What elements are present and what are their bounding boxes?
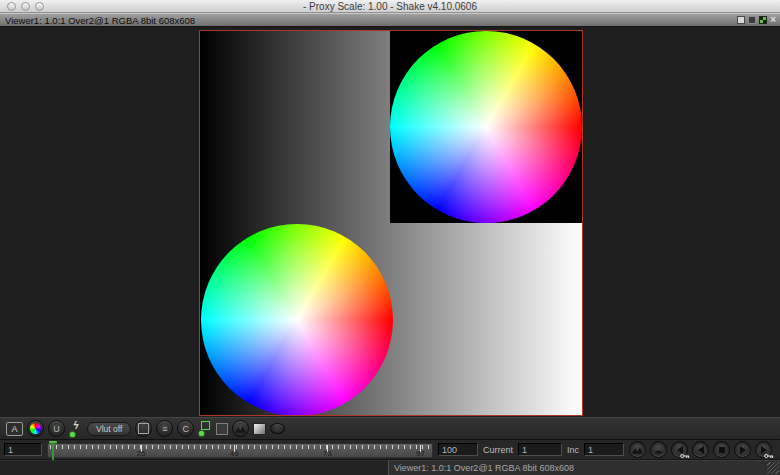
playhead-shaft-icon [52, 444, 54, 461]
window-title: - Proxy Scale: 1.00 - Shake v4.10.0606 [0, 0, 780, 13]
render-button[interactable] [650, 441, 667, 458]
ruler-label: 97 [416, 449, 425, 458]
current-label: Current [483, 445, 513, 455]
roi-led-icon [199, 431, 204, 436]
time-bar: 25 49 73 97 Current Inc [0, 440, 780, 460]
start-frame-input[interactable] [4, 443, 42, 456]
status-info-panel: Viewer1: 1.0:1 Over2@1 RGBA 8bit 608x608 [388, 460, 780, 475]
compare-mode-button[interactable]: C [177, 420, 194, 437]
viewer-tab-bar[interactable]: Viewer1: 1.0:1 Over2@1 RGBA 8bit 608x608… [0, 13, 780, 27]
end-frame-input[interactable] [438, 443, 478, 456]
shake-window: - Proxy Scale: 1.00 - Shake v4.10.0606 V… [0, 0, 780, 475]
stop-icon [719, 447, 725, 453]
color-wheel-bottom-left [201, 224, 393, 416]
mountain-icon [235, 425, 246, 433]
flipbook-icon [632, 446, 643, 454]
ruler-label: 25 [136, 449, 145, 458]
vlut-toggle-button[interactable]: Vlut off [87, 422, 131, 436]
stop-button[interactable] [713, 441, 730, 458]
inc-label: Inc [567, 445, 579, 455]
key-icon [764, 453, 774, 459]
resize-grip[interactable] [767, 462, 779, 474]
misc-oval-button[interactable] [270, 423, 285, 434]
channel-wheel-icon [30, 423, 41, 434]
buffer-a-button[interactable]: A [6, 422, 23, 436]
compare-split-button[interactable]: ≡ [156, 420, 173, 437]
flipbook-cube-button[interactable] [253, 423, 266, 435]
ruler-ticks [50, 445, 430, 449]
panel-box-icon[interactable] [737, 16, 745, 24]
play-reverse-button[interactable] [692, 441, 709, 458]
roi-button[interactable] [198, 421, 212, 436]
dod-button[interactable] [135, 420, 152, 437]
flipbook-button[interactable] [629, 441, 646, 458]
viewer-tab-label: Viewer1: 1.0:1 Over2@1 RGBA 8bit 608x608 [0, 15, 195, 26]
status-bar: Viewer1: 1.0:1 Over2@1 RGBA 8bit 608x608 [0, 460, 780, 475]
play-icon [740, 446, 746, 454]
timeline-ruler[interactable]: 25 49 73 97 [47, 443, 433, 458]
current-frame-input[interactable] [518, 443, 562, 456]
key-icon [680, 453, 690, 459]
prev-keyframe-button[interactable] [671, 441, 688, 458]
viewer-tab-icons: × [737, 16, 780, 24]
vlut-lightning-button[interactable]: ϟ [69, 421, 83, 437]
split-lines-icon: ≡ [162, 424, 167, 434]
preview-square-button[interactable] [216, 423, 228, 435]
channel-display-button[interactable] [27, 420, 44, 437]
monitor-button[interactable] [232, 420, 249, 437]
roi-square-icon [201, 421, 210, 430]
viewer-canvas[interactable] [0, 27, 780, 417]
play-reverse-icon [698, 446, 704, 454]
preview-square-icon [216, 423, 228, 435]
update-button[interactable]: U [48, 420, 65, 437]
close-icon[interactable]: × [770, 16, 776, 24]
detach-box-icon[interactable] [748, 16, 756, 24]
render-waves-icon [653, 445, 664, 455]
color-wheel-top-right [390, 31, 582, 223]
next-keyframe-button[interactable] [755, 441, 772, 458]
checker-icon[interactable] [759, 16, 767, 24]
status-bar-left [0, 460, 388, 475]
lightning-icon: ϟ [73, 421, 78, 431]
increment-input[interactable] [584, 443, 624, 456]
frame-icon [138, 423, 149, 434]
window-titlebar: - Proxy Scale: 1.00 - Shake v4.10.0606 [0, 0, 780, 13]
play-button[interactable] [734, 441, 751, 458]
composite-image[interactable] [199, 30, 583, 416]
ruler-label: 49 [230, 449, 239, 458]
status-text: Viewer1: 1.0:1 Over2@1 RGBA 8bit 608x608 [389, 463, 574, 473]
ruler-label: 73 [323, 449, 332, 458]
playhead[interactable] [49, 441, 57, 461]
green-led-icon [70, 432, 75, 437]
viewer-toolbar: A U ϟ Vlut off ≡ C [0, 417, 780, 440]
transport-controls [629, 441, 776, 458]
